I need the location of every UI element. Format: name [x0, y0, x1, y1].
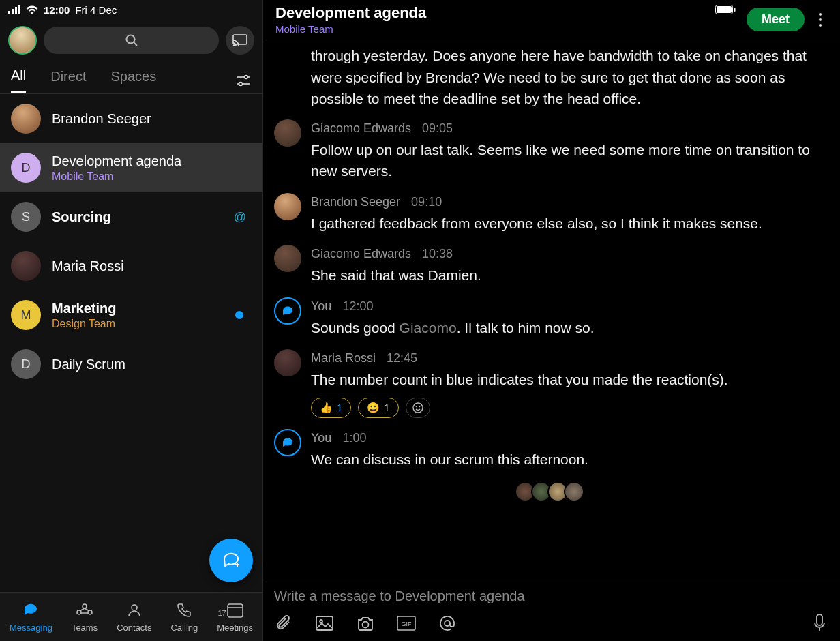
chat-header: Development agenda Mobile Team Meet: [263, 0, 840, 42]
new-message-fab[interactable]: [209, 539, 253, 582]
message-row: Giacomo Edwards10:38 She said that was D…: [263, 239, 840, 292]
statusbar-time: 12:00: [44, 4, 70, 16]
cast-icon: [232, 34, 247, 46]
svg-rect-2: [15, 7, 17, 14]
nav-label: Teams: [72, 623, 97, 633]
message-text: Sounds good Giacomo. Il talk to him now …: [311, 317, 829, 339]
image-button[interactable]: [315, 614, 334, 633]
message-avatar[interactable]: [274, 193, 301, 220]
message-row: You1:00 We can discuss in our scrum this…: [263, 423, 840, 476]
conversation-item[interactable]: Maria Rossi: [0, 241, 262, 290]
reactions-row: 👍1 😀1: [311, 398, 829, 419]
conversation-title: Brandon Seeger: [52, 111, 252, 127]
nav-calling[interactable]: Calling: [170, 601, 198, 633]
reaction-count: 1: [384, 400, 389, 416]
status-bar: 12:00 Fri 4 Dec: [0, 0, 262, 19]
conversation-item[interactable]: D Development agenda Mobile Team: [0, 143, 262, 192]
reaction-pill[interactable]: 😀1: [358, 398, 398, 419]
main-area: Development agenda Mobile Team Meet thro…: [263, 0, 840, 641]
contacts-icon: [125, 601, 143, 619]
conversation-item[interactable]: S Sourcing @: [0, 192, 262, 241]
nav-messaging[interactable]: Messaging: [10, 601, 52, 633]
signal-icon: [8, 5, 20, 14]
image-icon: [316, 616, 333, 631]
conversation-item[interactable]: Brandon Seeger: [0, 94, 262, 143]
svg-point-28: [419, 406, 420, 407]
svg-point-30: [320, 620, 322, 623]
reaction-pill[interactable]: 👍1: [311, 398, 351, 419]
message-author: You: [311, 429, 331, 447]
messages-scroll[interactable]: through yesterday. Does anyone here have…: [263, 42, 840, 580]
message-avatar[interactable]: [274, 429, 301, 456]
more-vertical-icon: [818, 12, 822, 27]
message-avatar[interactable]: [274, 349, 301, 376]
message-avatar[interactable]: [274, 297, 301, 325]
chat-plus-icon: [220, 550, 242, 571]
camera-button[interactable]: [356, 614, 375, 633]
chat-icon: [22, 601, 40, 619]
message-row: Brandon Seeger09:10 I gathered feedback …: [263, 188, 840, 240]
svg-point-14: [82, 604, 87, 608]
add-reaction-button[interactable]: [406, 398, 430, 419]
phone-icon: [175, 601, 193, 619]
composer: Write a message to Development agenda GI…: [263, 580, 840, 641]
search-input[interactable]: [44, 27, 219, 54]
nav-label: Contacts: [117, 623, 151, 633]
svg-point-26: [413, 403, 423, 413]
voice-button[interactable]: [810, 614, 829, 633]
svg-point-23: [819, 13, 822, 16]
cast-button[interactable]: [226, 26, 254, 55]
space-avatar: M: [11, 300, 41, 330]
conversation-item[interactable]: M Marketing Design Team: [0, 290, 262, 340]
svg-point-24: [819, 18, 822, 21]
message-avatar[interactable]: [274, 119, 301, 147]
svg-point-17: [132, 605, 137, 610]
message-text: I gathered feedback from everyone else a…: [311, 213, 829, 235]
teams-icon: [76, 601, 93, 619]
battery-icon: [715, 5, 736, 14]
tab-spaces[interactable]: Spaces: [110, 69, 156, 93]
bottom-nav: Messaging Teams Contacts Calling 17 Meet…: [0, 592, 262, 641]
message-row: You12:00 Sounds good Giacomo. Il talk to…: [263, 292, 840, 344]
message-author: Giacomo Edwards: [311, 245, 411, 263]
message-text: She said that was Damien.: [311, 265, 829, 286]
nav-contacts[interactable]: Contacts: [117, 601, 151, 633]
attach-button[interactable]: [274, 614, 293, 633]
tab-direct[interactable]: Direct: [50, 69, 86, 93]
conversation-title: Marketing: [52, 301, 252, 316]
message-row: Giacomo Edwards09:05 Follow up on our la…: [263, 114, 840, 188]
read-receipts[interactable]: [263, 476, 840, 507]
more-button[interactable]: [813, 7, 828, 33]
sidebar-tabs: All Direct Spaces: [0, 61, 262, 94]
mention-icon: @: [234, 210, 246, 224]
self-avatar[interactable]: [8, 26, 37, 55]
svg-point-11: [239, 83, 243, 86]
svg-rect-22: [734, 8, 736, 12]
filter-button[interactable]: [235, 74, 252, 87]
chat-icon: [281, 304, 295, 318]
mention[interactable]: Giacomo: [400, 320, 457, 336]
nav-teams[interactable]: Teams: [72, 601, 97, 633]
svg-rect-18: [228, 604, 243, 617]
nav-label: Meetings: [217, 623, 253, 633]
message-text: Follow up on our last talk. Seems like w…: [311, 139, 829, 182]
svg-line-5: [134, 43, 137, 46]
gif-button[interactable]: GIF: [397, 614, 416, 633]
nav-meetings[interactable]: 17 Meetings: [217, 601, 253, 633]
message-author: You: [311, 297, 331, 316]
conversation-list[interactable]: Brandon Seeger D Development agenda Mobi…: [0, 94, 262, 592]
composer-input[interactable]: Write a message to Development agenda: [274, 584, 829, 612]
message-time: 12:00: [342, 297, 373, 316]
message-author: Brandon Seeger: [311, 193, 400, 211]
space-avatar: S: [11, 202, 41, 232]
meet-button[interactable]: Meet: [747, 8, 805, 31]
message-author: Giacomo Edwards: [311, 119, 411, 138]
svg-point-25: [819, 24, 822, 27]
message-avatar[interactable]: [274, 245, 301, 272]
tab-all[interactable]: All: [11, 68, 26, 93]
mention-button[interactable]: [438, 614, 457, 633]
svg-rect-0: [8, 11, 10, 14]
message-time: 09:05: [422, 119, 453, 138]
conversation-item[interactable]: D Daily Scrum: [0, 340, 262, 389]
chat-subtitle[interactable]: Mobile Team: [275, 23, 715, 35]
